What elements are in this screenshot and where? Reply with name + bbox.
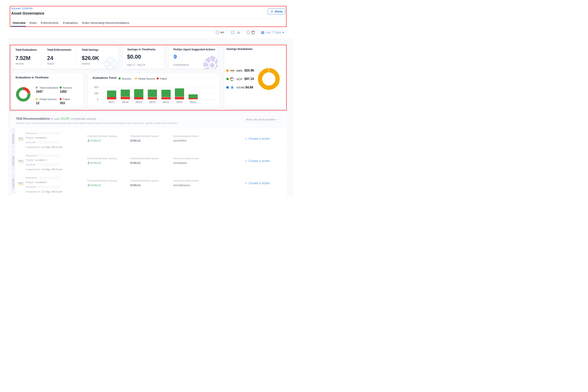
svg-text:$: $ [88, 140, 89, 142]
svg-text:$: $ [88, 162, 89, 164]
svg-text:aws: aws [230, 69, 234, 72]
svg-text:$: $ [88, 184, 89, 186]
svg-text:aws: aws [18, 136, 23, 140]
svg-text:aws: aws [220, 31, 224, 33]
svg-text:aws: aws [18, 159, 23, 162]
svg-text:aws: aws [18, 181, 23, 184]
